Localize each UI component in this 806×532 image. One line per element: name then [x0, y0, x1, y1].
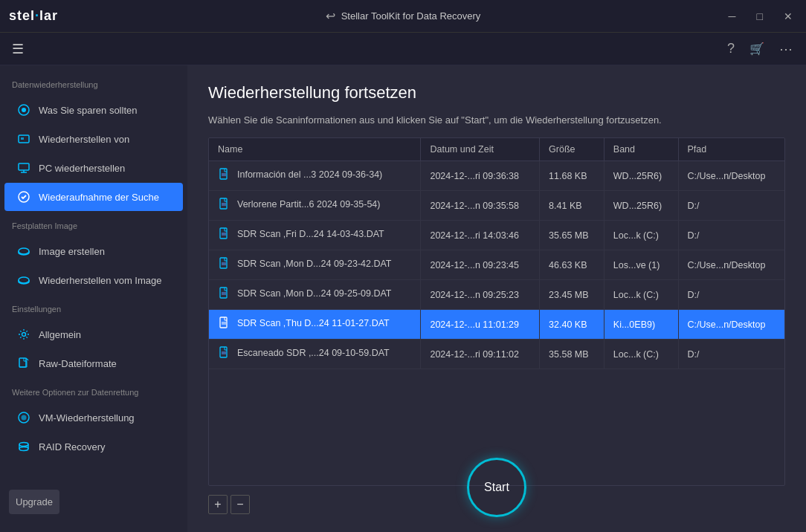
- sidebar-item-wiederherstellen-von[interactable]: Wiederherstellen von: [4, 125, 183, 153]
- wiederherstellen-icon: [16, 132, 31, 146]
- hamburger-icon[interactable]: ☰: [12, 41, 24, 57]
- sidebar-item-pc-label: PC wiederherstellen: [39, 163, 125, 174]
- sidebar: Datenwiederherstellung Was Sie sparen so…: [0, 65, 187, 532]
- page-title: Wiederherstellung fortsetzen: [208, 83, 785, 103]
- title-bar-center: ↩ Stellar ToolKit for Data Recovery: [326, 9, 481, 23]
- start-button[interactable]: Start: [467, 458, 526, 517]
- toolbar: ☰ ? 🛒 ⋯: [0, 33, 806, 65]
- sidebar-item-raid-label: RAID Recovery: [39, 441, 106, 452]
- cell-name: Escaneado SDR ,...24 09-10-59.DAT: [209, 340, 421, 369]
- title-bar-left: stel·lar: [9, 8, 58, 24]
- app-title: Stellar ToolKit for Data Recovery: [341, 10, 481, 22]
- cell-path: D:/: [678, 280, 784, 310]
- cell-band: Los...ve (1): [604, 250, 678, 280]
- raw-icon: [16, 356, 31, 371]
- content-area: Wiederherstellung fortsetzen Wählen Sie …: [187, 65, 806, 532]
- sidebar-section-datenwiederherstellung: Datenwiederherstellung: [0, 77, 187, 95]
- cell-path: C:/Use...n/Desktop: [678, 310, 784, 340]
- cell-name: SDR Scan ,Fri D...24 14-03-43.DAT: [209, 221, 421, 250]
- table-header-row: Name Datum und Zeit Größe Band Pfad: [209, 138, 784, 161]
- cell-datetime: 2024-12-...ri 09:36:38: [421, 161, 540, 191]
- close-button[interactable]: ✕: [779, 9, 797, 24]
- svg-rect-3: [21, 137, 24, 140]
- table-row[interactable]: SDR Scan ,Mon D...24 09-23-42.DAT 2024-1…: [209, 250, 784, 280]
- table-body: Información del ...3 2024 09-36-34) 2024…: [209, 161, 784, 369]
- pc-icon: [16, 160, 31, 175]
- image-erstellen-icon: [16, 244, 31, 259]
- sidebar-item-vm-label: VM-Wiederherstellung: [39, 412, 135, 424]
- sidebar-item-image-label: Image erstellen: [39, 246, 105, 257]
- table-row[interactable]: SDR Scan ,Thu D...24 11-01-27.DAT 2024-1…: [209, 310, 784, 340]
- svg-point-8: [19, 248, 29, 254]
- cell-size: 23.45 MB: [540, 280, 604, 310]
- sidebar-item-was-sie-label: Was Sie sparen sollten: [39, 105, 137, 116]
- cell-path: D:/: [678, 191, 784, 221]
- maximize-button[interactable]: □: [752, 9, 767, 24]
- wiederaufnahme-icon: [16, 189, 31, 204]
- table-row[interactable]: Escaneado SDR ,...24 09-10-59.DAT 2024-1…: [209, 340, 784, 369]
- cell-band: WD...25R6): [604, 161, 678, 191]
- start-button-container: Start: [467, 458, 526, 517]
- table-row[interactable]: SDR Scan ,Mon D...24 09-25-09.DAT 2024-1…: [209, 280, 784, 310]
- cart-icon[interactable]: 🛒: [749, 42, 764, 56]
- minimize-button[interactable]: ─: [724, 9, 741, 24]
- was-sie-icon: [16, 103, 31, 117]
- add-button[interactable]: +: [208, 495, 228, 514]
- cell-datetime: 2024-12-...n 09:23:45: [421, 250, 540, 280]
- sidebar-item-wiederaufnahme[interactable]: Wiederaufnahme der Suche: [4, 183, 183, 211]
- svg-rect-15: [19, 358, 26, 367]
- cell-datetime: 2024-12-...n 09:25:23: [421, 280, 540, 310]
- svg-point-14: [22, 333, 26, 337]
- table-row[interactable]: Información del ...3 2024 09-36-34) 2024…: [209, 161, 784, 191]
- scan-table-container: Name Datum und Zeit Größe Band Pfad Info…: [208, 137, 785, 486]
- svg-point-22: [19, 447, 28, 451]
- sidebar-item-pc-wiederherstellen[interactable]: PC wiederherstellen: [4, 154, 183, 182]
- grid-icon[interactable]: ⋯: [779, 41, 794, 57]
- col-name: Name: [209, 138, 421, 161]
- raid-icon: [16, 439, 31, 454]
- upgrade-section: Upgrade: [0, 484, 187, 520]
- sidebar-item-raw-label: Raw-Dateiformate: [39, 358, 117, 369]
- sidebar-item-vm-wiederherstellung[interactable]: VM-Wiederherstellung: [4, 403, 183, 432]
- sidebar-item-wiederaufnahme-label: Wiederaufnahme der Suche: [39, 192, 159, 203]
- app-logo: stel·lar: [9, 8, 58, 24]
- sidebar-item-allgemein[interactable]: Allgemein: [4, 320, 183, 348]
- sidebar-nav: Datenwiederherstellung Was Sie sparen so…: [0, 77, 187, 461]
- col-datetime: Datum und Zeit: [421, 138, 540, 161]
- cell-datetime: 2024-12-...ri 09:11:02: [421, 340, 540, 369]
- table-row[interactable]: SDR Scan ,Fri D...24 14-03-43.DAT 2024-1…: [209, 221, 784, 250]
- help-icon[interactable]: ?: [727, 41, 735, 56]
- cell-name: SDR Scan ,Mon D...24 09-23-42.DAT: [209, 250, 421, 280]
- cell-datetime: 2024-12-...u 11:01:29: [421, 310, 540, 340]
- sidebar-item-wiederherstellen-image-label: Wiederherstellen vom Image: [39, 275, 161, 286]
- cell-name: SDR Scan ,Mon D...24 09-25-09.DAT: [209, 280, 421, 310]
- table-row[interactable]: Verlorene Partit...6 2024 09-35-54) 2024…: [209, 191, 784, 221]
- sidebar-section-festplatten: Festplatten Image: [0, 218, 187, 236]
- title-bar: stel·lar ↩ Stellar ToolKit for Data Reco…: [0, 0, 806, 33]
- scan-table: Name Datum und Zeit Größe Band Pfad Info…: [209, 138, 784, 369]
- svg-point-11: [19, 277, 29, 283]
- remove-button[interactable]: −: [230, 495, 250, 514]
- svg-point-19: [19, 443, 28, 447]
- svg-rect-4: [19, 163, 29, 170]
- svg-point-1: [22, 108, 26, 112]
- sidebar-item-image-erstellen[interactable]: Image erstellen: [4, 237, 183, 265]
- sidebar-item-raid-recovery[interactable]: RAID Recovery: [4, 432, 183, 461]
- sidebar-item-allgemein-label: Allgemein: [39, 329, 81, 340]
- cell-path: C:/Use...n/Desktop: [678, 250, 784, 280]
- sidebar-item-wiederherstellen-image[interactable]: Wiederherstellen vom Image: [4, 266, 183, 294]
- back-icon: ↩: [326, 9, 335, 23]
- title-bar-right: ─ □ ✕: [724, 9, 797, 24]
- svg-point-18: [22, 415, 27, 421]
- cell-path: D:/: [678, 221, 784, 250]
- sidebar-item-raw-dateiformate[interactable]: Raw-Dateiformate: [4, 349, 183, 377]
- col-band: Band: [604, 138, 678, 161]
- col-path: Pfad: [678, 138, 784, 161]
- cell-size: 11.68 KB: [540, 161, 604, 191]
- sidebar-item-was-sie-sparen[interactable]: Was Sie sparen sollten: [4, 96, 183, 124]
- upgrade-button[interactable]: Upgrade: [9, 490, 59, 514]
- cell-size: 46.63 KB: [540, 250, 604, 280]
- sidebar-section-einstellungen: Einstellungen: [0, 302, 187, 319]
- sidebar-section-weitere: Weitere Optionen zur Datenrettung: [0, 385, 187, 403]
- cell-datetime: 2024-12-...n 09:35:58: [421, 191, 540, 221]
